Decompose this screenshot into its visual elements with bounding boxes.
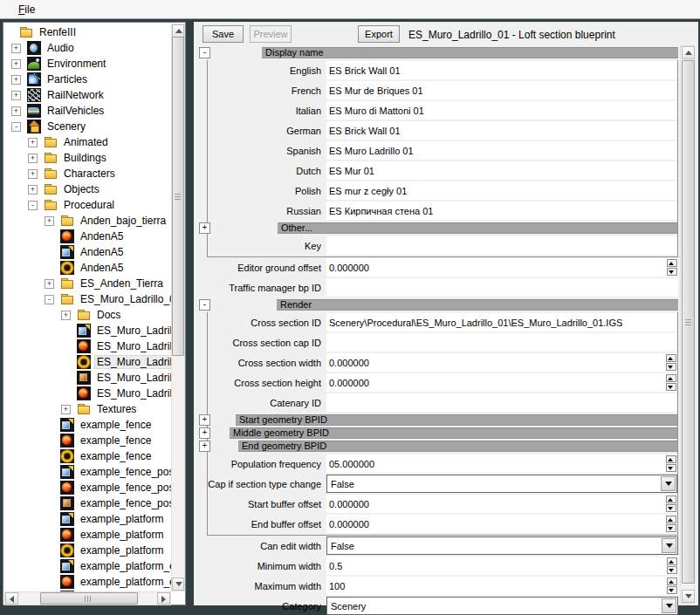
tree-item[interactable]: -ES_Muro_Ladrillo_01: [4, 291, 171, 307]
tree-expand-icon[interactable]: +: [11, 75, 21, 85]
tree-expand-icon[interactable]: +: [11, 44, 21, 53]
section-header-bar[interactable]: Display name: [262, 47, 678, 58]
tree-expand-icon[interactable]: +: [45, 279, 54, 289]
tree-expand-icon[interactable]: +: [28, 138, 38, 147]
tree-item[interactable]: ES_Muro_Ladrillo_(: [4, 338, 171, 354]
tree-item[interactable]: +Animated: [4, 134, 171, 150]
expand-section-button[interactable]: +: [199, 427, 210, 439]
value-field[interactable]: [326, 393, 677, 412]
spinner-down-button[interactable]: [666, 524, 676, 532]
spinner-up-button[interactable]: [666, 354, 676, 362]
tree-item[interactable]: example_fence_post: [4, 464, 171, 480]
dropdown-field[interactable]: False: [326, 536, 678, 555]
section-header-bar[interactable]: Render: [277, 299, 678, 311]
value-field[interactable]: ES Mur de Briques 01: [326, 81, 677, 99]
tree-collapse-icon[interactable]: -: [28, 201, 38, 210]
scroll-up-button[interactable]: [172, 24, 184, 38]
value-field[interactable]: 0.000000: [326, 373, 677, 392]
value-field[interactable]: [326, 278, 678, 297]
value-field[interactable]: ES Brick Wall 01: [326, 61, 677, 79]
tree-item[interactable]: AndenA5: [4, 260, 171, 276]
tree-expand-icon[interactable]: +: [45, 216, 54, 226]
value-field[interactable]: ES mur z cegły 01: [326, 181, 677, 200]
scroll-thumb[interactable]: [682, 60, 695, 584]
dropdown-arrow-button[interactable]: [662, 538, 676, 553]
collapse-section-button[interactable]: -: [199, 299, 210, 311]
spinner-down-button[interactable]: [667, 566, 677, 574]
value-field[interactable]: 0.000000: [326, 515, 677, 533]
value-field[interactable]: 0.000000: [326, 258, 678, 277]
tree-expand-icon[interactable]: +: [28, 154, 38, 163]
export-button[interactable]: Export: [358, 25, 400, 43]
spinner-up-button[interactable]: [666, 374, 676, 382]
expand-section-button[interactable]: +: [199, 441, 210, 452]
value-field[interactable]: ES Brick Wall 01: [326, 121, 677, 140]
spinner-down-button[interactable]: [666, 383, 676, 391]
expand-section-button[interactable]: +: [199, 222, 210, 234]
tree-vertical-scrollbar[interactable]: [171, 24, 185, 591]
tree-expand-icon[interactable]: +: [61, 311, 71, 320]
dropdown-field[interactable]: Scenery: [326, 597, 678, 615]
spinner-down-button[interactable]: [666, 464, 676, 472]
scroll-thumb[interactable]: [172, 37, 184, 356]
tree-item[interactable]: +Audio: [4, 40, 171, 56]
tree-item[interactable]: -Procedural: [4, 197, 171, 213]
tree-item[interactable]: example_fence_post: [4, 480, 171, 495]
tree-item[interactable]: example_platform_end: [4, 558, 171, 574]
value-field[interactable]: 0.000000: [326, 353, 677, 372]
tree-expand-icon[interactable]: +: [28, 185, 38, 195]
scroll-down-button[interactable]: [682, 590, 695, 603]
value-field[interactable]: [326, 236, 677, 255]
value-field[interactable]: 05.000000: [326, 454, 677, 473]
tree-item[interactable]: +Characters: [4, 166, 171, 181]
scroll-right-button[interactable]: [157, 592, 170, 605]
tree-item[interactable]: ES_Muro_Ladrillo_(: [4, 386, 171, 401]
tree-expand-icon[interactable]: +: [61, 405, 71, 414]
tree-item[interactable]: +RailNetwork: [4, 87, 171, 103]
collapse-section-button[interactable]: -: [199, 47, 210, 58]
tree-item[interactable]: +Environment: [4, 56, 171, 72]
section-header-bar[interactable]: Middle geometry BPID: [230, 427, 677, 439]
properties-vertical-scrollbar[interactable]: [680, 45, 695, 604]
tree-collapse-icon[interactable]: -: [45, 295, 54, 304]
tree-item[interactable]: AndenA5: [4, 244, 171, 260]
menu-file[interactable]: File: [14, 3, 39, 17]
tree-item[interactable]: ES_Muro_Ladrillo_(: [4, 370, 171, 386]
tree-item[interactable]: example_fence: [4, 448, 171, 464]
value-field[interactable]: ES Muro Ladrillo 01: [326, 141, 677, 160]
spinner-up-button[interactable]: [667, 577, 677, 585]
expand-section-button[interactable]: +: [199, 414, 210, 426]
spinner-down-button[interactable]: [667, 586, 677, 594]
spinner-up-button[interactable]: [667, 259, 677, 267]
spinner-up-button[interactable]: [666, 516, 676, 523]
tree-item[interactable]: +Objects: [4, 181, 171, 197]
dropdown-arrow-button[interactable]: [661, 476, 676, 491]
spinner-down-button[interactable]: [666, 363, 676, 371]
value-field[interactable]: ES Mur 01: [326, 161, 677, 180]
spinner-up-button[interactable]: [666, 495, 676, 503]
section-header-bar[interactable]: Start geometry BPID: [236, 414, 677, 426]
tree-collapse-icon[interactable]: -: [11, 122, 21, 132]
tree-item[interactable]: ES_Muro_Ladrillo_(: [4, 323, 171, 338]
dropdown-arrow-button[interactable]: [662, 598, 676, 613]
scroll-left-button[interactable]: [5, 592, 18, 605]
tree-item[interactable]: +Buildings: [4, 150, 171, 166]
scroll-down-button[interactable]: [172, 577, 184, 591]
tree-item[interactable]: ES_Muro_Ladrillo_(: [4, 354, 171, 370]
tree-item[interactable]: +Particles: [4, 72, 171, 87]
scroll-thumb[interactable]: [40, 592, 138, 605]
tree-item[interactable]: +Anden_bajo_tierra: [4, 213, 171, 229]
tree-expand-icon[interactable]: +: [11, 106, 21, 116]
spinner-up-button[interactable]: [666, 455, 676, 463]
scroll-up-button[interactable]: [682, 46, 695, 59]
spinner-down-button[interactable]: [667, 268, 677, 276]
tree-item[interactable]: AndenA5: [4, 229, 171, 244]
value-field[interactable]: 100: [326, 577, 678, 595]
tree-expand-icon[interactable]: +: [11, 91, 21, 100]
section-header-bar[interactable]: End geometry BPID: [238, 441, 677, 452]
value-field[interactable]: [326, 333, 677, 352]
value-field[interactable]: 0.5: [326, 557, 678, 575]
tree-item[interactable]: -Scenery: [4, 119, 171, 134]
tree-item[interactable]: +RailVehicles: [4, 103, 171, 119]
tree-item[interactable]: example_platform_end: [4, 574, 171, 590]
